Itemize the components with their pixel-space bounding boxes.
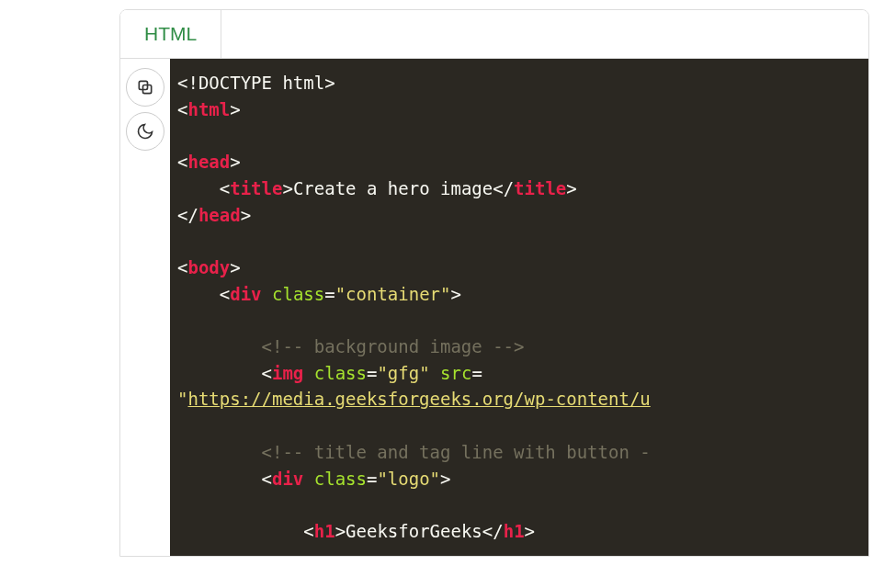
code-token: > — [335, 521, 346, 541]
code-token: </ — [493, 178, 514, 198]
code-line: <!DOCTYPE html> — [177, 73, 335, 93]
code-token: > — [440, 469, 450, 489]
code-token: < — [220, 178, 230, 198]
code-token: < — [177, 99, 187, 119]
code-token: > — [230, 257, 240, 277]
code-url: https://media.geeksforgeeks.org/wp-conte… — [187, 389, 650, 409]
code-area: <!DOCTYPE html> <html> <head> <title>Cre… — [120, 59, 868, 556]
code-block[interactable]: <!DOCTYPE html> <html> <head> <title>Cre… — [170, 59, 868, 556]
code-token — [303, 363, 313, 383]
code-token: "gfg" — [377, 363, 429, 383]
code-token: img — [272, 363, 303, 383]
code-token: = — [471, 363, 482, 383]
code-token: = — [367, 469, 377, 489]
code-token — [262, 284, 272, 304]
code-indent — [177, 442, 262, 462]
code-token: class — [272, 284, 324, 304]
code-indent — [177, 521, 303, 541]
code-token: </ — [177, 205, 198, 225]
code-indent — [177, 178, 220, 198]
code-token: < — [303, 521, 313, 541]
code-token: > — [566, 178, 576, 198]
code-comment: <!-- title and tag line with button - — [262, 442, 651, 462]
code-indent — [177, 284, 220, 304]
code-token: h1 — [314, 521, 335, 541]
code-token: > — [282, 178, 292, 198]
code-token: < — [177, 257, 187, 277]
code-token: div — [230, 284, 261, 304]
code-token: class — [314, 469, 367, 489]
copy-icon — [136, 78, 154, 96]
code-token: head — [198, 205, 241, 225]
code-token: < — [262, 469, 272, 489]
code-text: Create a hero image — [293, 178, 493, 198]
code-token: " — [177, 389, 187, 409]
code-panel: HTML <!DOCTYPE html> <html> <head> <titl… — [119, 9, 869, 557]
code-token: > — [241, 205, 251, 225]
tab-html[interactable]: HTML — [120, 10, 221, 58]
code-token: = — [324, 284, 334, 304]
code-indent — [177, 469, 262, 489]
code-token: head — [187, 152, 230, 172]
code-token: html — [187, 99, 230, 119]
code-token: body — [187, 257, 230, 277]
code-token: < — [177, 152, 187, 172]
code-token: title — [514, 178, 566, 198]
code-token: h1 — [504, 521, 525, 541]
code-token: < — [220, 284, 230, 304]
code-indent — [177, 336, 262, 356]
code-token: class — [314, 363, 367, 383]
code-text: GeeksforGeeks — [346, 521, 482, 541]
code-token: = — [367, 363, 377, 383]
code-token: src — [440, 363, 471, 383]
code-token: div — [272, 469, 303, 489]
code-token: < — [262, 363, 272, 383]
copy-button[interactable] — [126, 68, 164, 107]
toolbar — [120, 59, 170, 556]
tab-bar: HTML — [120, 10, 868, 59]
code-token: > — [525, 521, 535, 541]
code-indent — [177, 363, 262, 383]
code-token: "logo" — [377, 469, 440, 489]
code-token: </ — [482, 521, 504, 541]
code-token: title — [230, 178, 282, 198]
code-token: > — [230, 152, 240, 172]
code-token: > — [230, 99, 240, 119]
code-token — [303, 469, 313, 489]
moon-icon — [136, 122, 154, 141]
code-token — [430, 363, 440, 383]
code-token: > — [451, 284, 461, 304]
theme-toggle-button[interactable] — [126, 112, 164, 151]
code-token: "container" — [335, 284, 451, 304]
code-comment: <!-- background image --> — [262, 336, 525, 356]
